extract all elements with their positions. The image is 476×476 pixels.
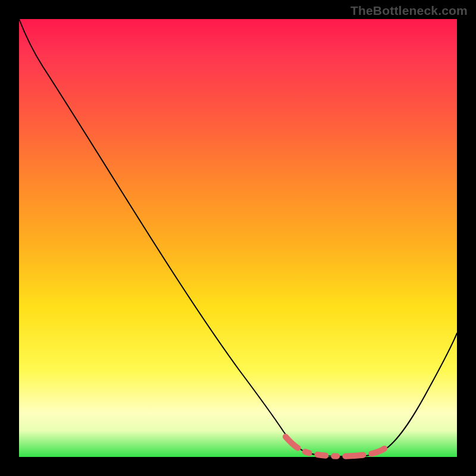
bottleneck-curve bbox=[19, 19, 457, 456]
watermark-text: TheBottleneck.com bbox=[350, 4, 468, 18]
plot-area bbox=[19, 19, 457, 457]
chart-stage: TheBottleneck.com bbox=[0, 0, 476, 476]
minimum-region-dash bbox=[286, 437, 384, 456]
curve-svg bbox=[19, 19, 457, 457]
